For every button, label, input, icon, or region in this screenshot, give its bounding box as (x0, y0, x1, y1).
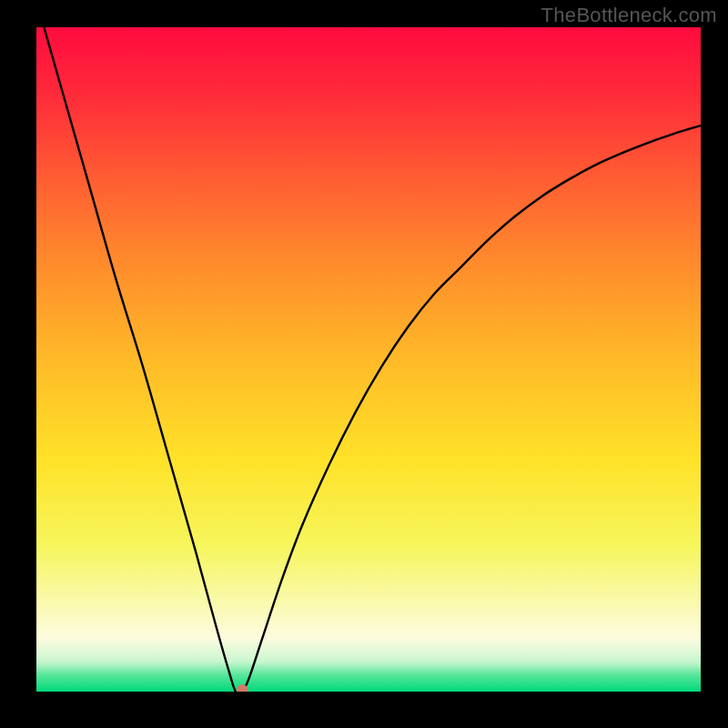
chart-svg (36, 27, 701, 692)
plot-area (36, 27, 701, 692)
gradient-background (36, 27, 701, 692)
chart-frame: TheBottleneck.com (0, 0, 728, 728)
watermark-text: TheBottleneck.com (541, 4, 717, 27)
